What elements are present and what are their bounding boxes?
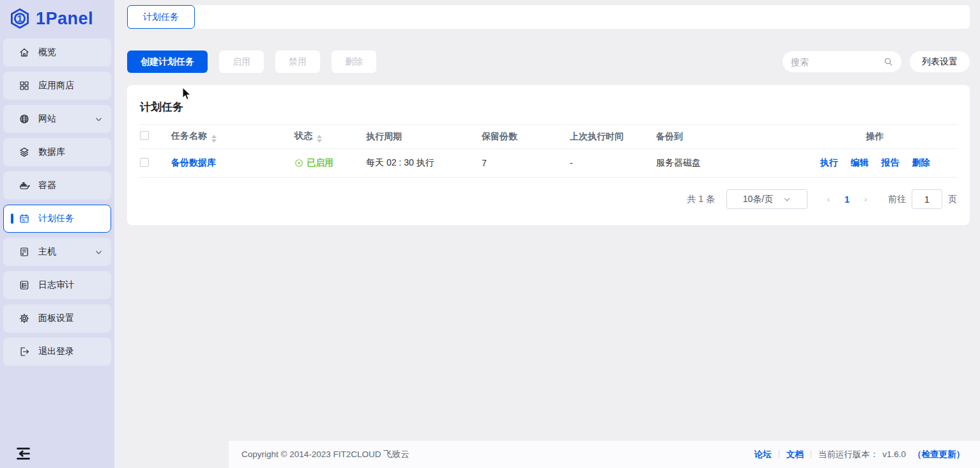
prev-page-chevron-icon[interactable]: ‹ — [819, 194, 838, 204]
version-value: v1.6.0 — [882, 449, 906, 459]
table-header-row: 任务名称 状态 执行周期 保留份数 上次执行时间 备份到 操作 — [140, 125, 957, 149]
sidebar-item-container[interactable]: 容器 — [3, 171, 111, 199]
column-cycle: 执行周期 — [366, 131, 402, 141]
sidebar-item-appstore[interactable]: 应用商店 — [3, 72, 111, 100]
enable-button[interactable]: 启用 — [219, 51, 264, 73]
check-update-link[interactable]: （检查更新） — [913, 449, 965, 460]
retain-value: 7 — [482, 158, 487, 168]
log-icon — [19, 279, 30, 291]
container-icon — [19, 180, 30, 191]
sidebar-item-logout[interactable]: 退出登录 — [3, 338, 111, 366]
footer: Copyright © 2014-2023 FIT2CLOUD 飞致云 论坛 文… — [229, 440, 980, 468]
goto-page-input[interactable] — [912, 189, 942, 209]
sidebar-item-label: 概览 — [38, 47, 56, 58]
host-icon — [19, 246, 30, 258]
app-logo[interactable]: 1 1Panel — [0, 0, 114, 37]
delete-button[interactable]: 删除 — [332, 51, 376, 73]
copyright-text: Copyright © 2014-2023 FIT2CLOUD 飞致云 — [241, 449, 410, 460]
sidebar-item-label: 数据库 — [38, 146, 65, 158]
sidebar-item-label: 退出登录 — [38, 346, 74, 357]
last-run-value: - — [570, 158, 573, 168]
sidebar-menu: 概览 应用商店 网站 数据库 容器 计划任务 主机 — [0, 37, 114, 367]
logo-hexagon-icon: 1 — [8, 7, 31, 30]
active-indicator-bar — [11, 214, 13, 224]
column-last-run: 上次执行时间 — [570, 131, 624, 141]
sidebar-item-label: 计划任务 — [38, 213, 74, 224]
action-delete-link[interactable]: 删除 — [912, 157, 930, 169]
sidebar-item-settings[interactable]: 面板设置 — [3, 304, 111, 332]
tab-cronjob[interactable]: 计划任务 — [127, 5, 195, 29]
current-page-number[interactable]: 1 — [838, 194, 856, 205]
sort-name-icon[interactable] — [211, 135, 217, 143]
action-run-link[interactable]: 执行 — [820, 157, 838, 169]
column-actions: 操作 — [866, 131, 884, 141]
sidebar-item-cronjob[interactable]: 计划任务 — [3, 205, 111, 233]
pagination: 共 1 条 10条/页 ‹ 1 › 前往 页 — [127, 178, 970, 209]
footer-divider — [779, 450, 779, 458]
status-badge: 已启用 — [295, 157, 333, 169]
logo-text: 1Panel — [36, 9, 93, 29]
main-area: 计划任务 创建计划任务 启用 禁用 删除 列表设置 计划任务 任务名称 状态 — [114, 0, 980, 468]
page-size-value: 10条/页 — [743, 194, 773, 205]
action-report-link[interactable]: 报告 — [882, 157, 900, 169]
chevron-down-icon — [95, 248, 103, 256]
footer-links: 论坛 文档 当前运行版本：v1.6.0 （检查更新） — [754, 449, 965, 460]
cronjob-table: 任务名称 状态 执行周期 保留份数 上次执行时间 备份到 操作 备份数据库 — [140, 124, 957, 178]
svg-text:1: 1 — [17, 13, 22, 24]
search-box — [783, 51, 901, 72]
database-icon — [19, 146, 30, 158]
sidebar-item-database[interactable]: 数据库 — [3, 138, 111, 166]
search-input[interactable] — [791, 57, 884, 67]
pagination-total: 共 1 条 — [687, 194, 715, 205]
chevron-down-icon — [95, 115, 103, 123]
cycle-value: 每天 02 : 30 执行 — [366, 157, 434, 168]
logout-icon — [19, 346, 30, 357]
appstore-icon — [19, 80, 30, 91]
sidebar-item-logs[interactable]: 日志审计 — [3, 271, 111, 299]
page-size-select[interactable]: 10条/页 — [726, 189, 808, 209]
calendar-icon — [19, 213, 30, 224]
sidebar-item-host[interactable]: 主机 — [3, 238, 111, 266]
cronjob-name-link[interactable]: 备份数据库 — [171, 157, 216, 168]
card-title: 计划任务 — [127, 85, 970, 124]
sort-status-icon[interactable] — [317, 135, 322, 143]
play-circle-icon — [295, 159, 303, 168]
action-edit-link[interactable]: 编辑 — [851, 157, 869, 169]
sidebar-item-label: 面板设置 — [38, 313, 74, 324]
cronjob-card: 计划任务 任务名称 状态 执行周期 保留份数 上次执行时间 备份到 操作 — [127, 85, 970, 225]
version-label: 当前运行版本： — [818, 449, 879, 460]
column-status: 状态 — [295, 130, 312, 141]
status-text: 已启用 — [307, 157, 333, 169]
footer-divider — [811, 450, 811, 458]
chevron-down-icon — [783, 196, 791, 203]
column-retain: 保留份数 — [482, 131, 517, 141]
select-all-checkbox[interactable] — [140, 131, 149, 140]
sidebar-item-label: 日志审计 — [38, 279, 74, 291]
row-checkbox[interactable] — [140, 158, 149, 167]
list-settings-button[interactable]: 列表设置 — [910, 51, 970, 72]
tab-label: 计划任务 — [143, 12, 179, 23]
sidebar: 1 1Panel 概览 应用商店 网站 数据库 容器 计划任 — [0, 0, 114, 468]
docs-link[interactable]: 文档 — [786, 449, 804, 460]
column-backup-to: 备份到 — [656, 131, 683, 141]
sidebar-item-label: 应用商店 — [38, 80, 74, 91]
page-unit-label: 页 — [948, 194, 957, 205]
sidebar-item-website[interactable]: 网站 — [3, 105, 111, 133]
next-page-chevron-icon[interactable]: › — [856, 194, 875, 204]
goto-label: 前往 — [888, 194, 906, 205]
backup-to-value: 服务器磁盘 — [656, 157, 701, 168]
search-icon — [884, 57, 893, 66]
settings-gear-icon — [19, 313, 30, 324]
home-icon — [19, 47, 30, 58]
column-name: 任务名称 — [171, 130, 207, 141]
tab-bar: 计划任务 — [127, 5, 970, 29]
table-row: 备份数据库 已启用 每天 02 : 30 执行 7 - 服务器磁盘 执行 — [140, 149, 957, 178]
sidebar-item-label: 主机 — [38, 246, 56, 258]
forum-link[interactable]: 论坛 — [754, 449, 772, 460]
sidebar-item-overview[interactable]: 概览 — [3, 38, 111, 66]
create-cronjob-button[interactable]: 创建计划任务 — [127, 51, 208, 73]
disable-button[interactable]: 禁用 — [275, 51, 320, 73]
sidebar-item-label: 容器 — [38, 180, 56, 191]
globe-icon — [19, 113, 30, 125]
sidebar-collapse-icon[interactable] — [15, 445, 32, 462]
